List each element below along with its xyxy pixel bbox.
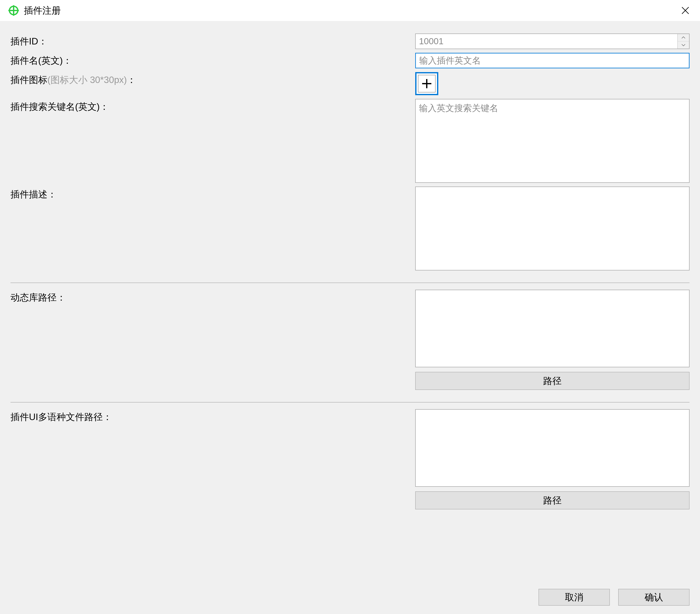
divider-2 bbox=[11, 402, 689, 402]
dll-path-textarea[interactable] bbox=[415, 290, 689, 367]
plus-icon bbox=[421, 78, 433, 90]
app-icon bbox=[8, 5, 19, 16]
label-dll-path: 动态库路径： bbox=[11, 290, 415, 304]
add-icon-inner bbox=[418, 75, 436, 92]
close-icon bbox=[681, 6, 689, 15]
search-keywords-textarea[interactable] bbox=[415, 99, 689, 183]
chevron-up-icon bbox=[682, 37, 685, 39]
label-plugin-icon: 插件图标 (图标大小 30*30px) ： bbox=[11, 72, 415, 86]
confirm-button[interactable]: 确认 bbox=[618, 589, 689, 606]
close-button[interactable] bbox=[677, 2, 694, 19]
window-title: 插件注册 bbox=[24, 4, 677, 17]
chevron-down-icon bbox=[682, 44, 685, 46]
description-textarea[interactable] bbox=[415, 187, 689, 270]
label-ui-lang-path: 插件UI多语种文件路径： bbox=[11, 409, 415, 423]
titlebar: 插件注册 bbox=[0, 0, 700, 21]
plugin-register-dialog: 插件注册 插件ID： bbox=[0, 0, 700, 614]
plugin-name-input[interactable] bbox=[415, 53, 689, 68]
ui-lang-path-browse-button[interactable]: 路径 bbox=[415, 491, 689, 509]
row-plugin-icon: 插件图标 (图标大小 30*30px) ： bbox=[11, 72, 689, 95]
cancel-button[interactable]: 取消 bbox=[538, 589, 610, 606]
add-icon-button[interactable] bbox=[415, 72, 438, 95]
label-plugin-id: 插件ID： bbox=[11, 34, 415, 48]
row-plugin-id: 插件ID： bbox=[11, 34, 689, 49]
label-plugin-icon-hint: (图标大小 30*30px) bbox=[47, 74, 127, 86]
plugin-id-input[interactable] bbox=[416, 34, 677, 49]
label-plugin-icon-text: 插件图标 bbox=[11, 74, 47, 86]
plugin-id-spinner[interactable] bbox=[415, 34, 689, 49]
spinner-buttons bbox=[677, 34, 689, 49]
row-search-keywords: 插件搜索关键名(英文)： bbox=[11, 99, 689, 183]
row-plugin-name: 插件名(英文)： bbox=[11, 53, 689, 68]
dialog-footer: 取消 确认 bbox=[0, 583, 700, 614]
label-plugin-icon-colon: ： bbox=[127, 74, 136, 86]
row-description: 插件描述： bbox=[11, 187, 689, 270]
label-plugin-name: 插件名(英文)： bbox=[11, 53, 415, 67]
row-ui-lang-path: 插件UI多语种文件路径： 路径 bbox=[11, 409, 689, 509]
form-content: 插件ID： 插件名(英文)： bbox=[0, 21, 700, 583]
dll-path-browse-button[interactable]: 路径 bbox=[415, 372, 689, 390]
ui-lang-path-textarea[interactable] bbox=[415, 409, 689, 487]
divider-1 bbox=[11, 283, 689, 283]
row-dll-path: 动态库路径： 路径 bbox=[11, 290, 689, 390]
label-search-keywords: 插件搜索关键名(英文)： bbox=[11, 99, 415, 113]
spinner-up-button[interactable] bbox=[678, 34, 689, 41]
spinner-down-button[interactable] bbox=[678, 41, 689, 49]
label-description: 插件描述： bbox=[11, 187, 415, 201]
